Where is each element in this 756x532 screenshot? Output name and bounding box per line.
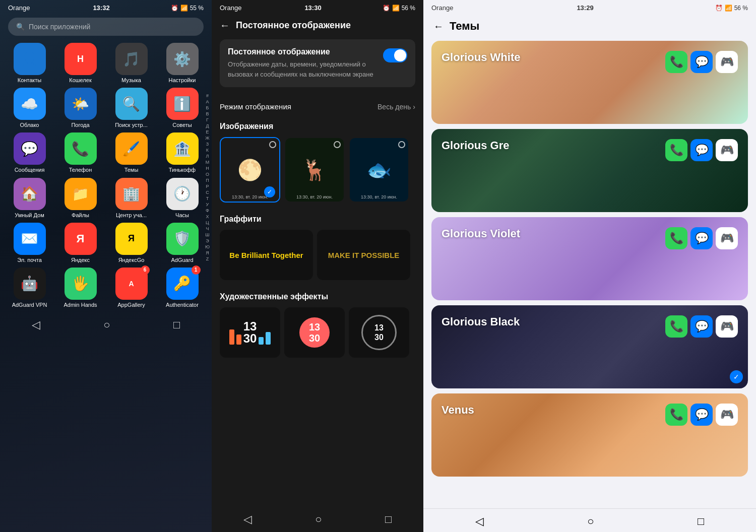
- back-button-themes[interactable]: ←: [433, 21, 444, 32]
- theme-app-game-ven: 🎮: [716, 404, 738, 426]
- app-icon-adminhands: 🖐️: [65, 268, 97, 300]
- app-label-cloud: Облако: [20, 122, 39, 128]
- theme-app-messages-ven: 💬: [690, 404, 713, 426]
- list-item[interactable]: 🏠 Умный Дом: [6, 178, 53, 219]
- list-item[interactable]: 🏢 Центр уча...: [108, 178, 155, 219]
- mode-value: Весь день ›: [377, 103, 415, 111]
- app-label-adguardvpn: AdGuard VPN: [12, 302, 47, 308]
- theme-card-black[interactable]: Glorious Black 📞 💬 🎮 ✓: [431, 305, 748, 388]
- list-item[interactable]: ⚙️ Настройки: [159, 43, 206, 84]
- app-label-phone: Телефон: [69, 167, 92, 173]
- graffiti-grid: Be Brilliant Together MAKE IT POSSIBLE: [212, 230, 423, 288]
- list-item[interactable]: Я ЯндексGo: [108, 223, 155, 263]
- status-icons-p2: ⏰ 📶 56 %: [383, 5, 415, 12]
- app-icon-search: 🔍: [115, 88, 148, 120]
- home-button-p2[interactable]: ○: [315, 513, 322, 526]
- list-item[interactable]: 🕐 Часы: [159, 178, 206, 219]
- alarm-icon-p1: ⏰: [171, 5, 178, 12]
- list-item[interactable]: 📁 Файлы: [57, 178, 104, 219]
- theme-app-messages-g: 💬: [690, 139, 713, 161]
- list-item[interactable]: 🛡️ AdGuard: [159, 223, 206, 263]
- theme-app-messages: 💬: [690, 51, 713, 73]
- theme-apps-venus: 📞 💬 🎮: [665, 404, 738, 426]
- list-item[interactable]: 🔍 Поиск устр...: [108, 88, 155, 128]
- section-effects-title: Художественные эффекты: [212, 288, 423, 307]
- list-item[interactable]: 🌤️ Погода: [57, 88, 104, 128]
- image-thumb-3[interactable]: 🐟 13:30, вт. 20 июн.: [349, 137, 409, 203]
- theme-card-green[interactable]: Glorious Gre 📞 💬 🎮: [431, 129, 748, 212]
- list-item[interactable]: 👤 Контакты: [6, 43, 53, 84]
- recents-button-p2[interactable]: □: [385, 513, 392, 526]
- theme-app-phone-ven: 📞: [665, 404, 687, 426]
- theme-content-violet: Glorious Violet 📞 💬 🎮: [431, 217, 748, 300]
- search-placeholder: Поиск приложений: [29, 23, 90, 31]
- recents-button-p1[interactable]: □: [173, 318, 180, 331]
- list-item[interactable]: H Кошелек: [57, 43, 104, 84]
- status-icons-p1: ⏰ 📶 55 %: [171, 5, 204, 12]
- battery-label-p3: 56 %: [734, 5, 748, 12]
- list-item[interactable]: 🔑 1 Authenticator: [159, 268, 206, 308]
- list-item[interactable]: 🖌️ Темы: [108, 132, 155, 173]
- app-label-koshelek: Кошелек: [69, 77, 91, 84]
- theme-card-white[interactable]: Glorious White 📞 💬 🎮: [431, 41, 748, 124]
- image-thumb-1[interactable]: 🌕 13:30, вт. 20 июн. ✓: [220, 137, 280, 203]
- list-item[interactable]: 📞 Телефон: [57, 132, 104, 173]
- back-button-aod[interactable]: ←: [220, 20, 230, 31]
- list-item[interactable]: ☁️ Облако: [6, 88, 53, 128]
- app-icon-music: 🎵: [115, 43, 148, 75]
- graffiti-item-1[interactable]: Be Brilliant Together: [220, 230, 313, 280]
- app-icon-email: ✉️: [14, 223, 46, 255]
- theme-app-phone-v: 📞: [665, 227, 687, 249]
- app-label-adminhands: Admin Hands: [64, 302, 97, 308]
- image-time-3: 13:30, вт. 20 июн.: [350, 194, 408, 200]
- app-label-smarthome: Умный Дом: [15, 212, 44, 219]
- signal-icon-p2: 📶: [392, 5, 400, 12]
- back-button-p3[interactable]: ◁: [475, 515, 484, 528]
- theme-content-black: Glorious Black 📞 💬 🎮: [431, 305, 748, 388]
- list-item[interactable]: 🎵 Музыка: [108, 43, 155, 84]
- images-grid: 🌕 13:30, вт. 20 июн. ✓ 🦌 13:30, вт. 20 и…: [212, 137, 423, 211]
- list-item[interactable]: 🖐️ Admin Hands: [57, 268, 104, 308]
- graffiti-item-2[interactable]: MAKE IT POSSIBLE: [317, 230, 410, 280]
- back-button-p2[interactable]: ◁: [243, 513, 252, 526]
- home-button-p3[interactable]: ○: [587, 515, 594, 528]
- theme-content-venus: Venus 📞 💬 🎮: [431, 393, 748, 477]
- app-label-weather: Погода: [71, 122, 89, 128]
- search-bar[interactable]: 🔍 Поиск приложений: [8, 18, 204, 36]
- list-item[interactable]: ℹ️ Советы: [159, 88, 206, 128]
- effect-item-1[interactable]: 1330: [220, 307, 280, 358]
- carrier-label-p3: Orange: [431, 4, 453, 12]
- theme-apps-green: 📞 💬 🎮: [665, 139, 738, 161]
- image-thumb-2[interactable]: 🦌 13:30, вт. 20 июн.: [284, 137, 345, 203]
- app-icon-cloud: ☁️: [14, 88, 46, 120]
- app-label-appgallery: AppGallery: [117, 302, 145, 308]
- aod-toggle-switch[interactable]: [383, 48, 407, 62]
- back-button-p1[interactable]: ◁: [32, 318, 40, 331]
- image-time-2: 13:30, вт. 20 июн.: [285, 194, 344, 200]
- list-item[interactable]: Я Яндекс: [57, 223, 104, 263]
- theme-card-violet[interactable]: Glorious Violet 📞 💬 🎮: [431, 217, 748, 300]
- effect-item-3[interactable]: 1330: [349, 307, 409, 358]
- list-item[interactable]: A 6 AppGallery: [108, 268, 155, 308]
- theme-card-venus[interactable]: Venus 📞 💬 🎮: [431, 393, 748, 477]
- theme-apps-white: 📞 💬 🎮: [665, 51, 738, 73]
- image-checkmark-1: ✓: [264, 186, 275, 197]
- theme-apps-black: 📞 💬 🎮: [665, 315, 738, 338]
- theme-app-phone: 📞: [665, 51, 687, 73]
- app-label-clock: Часы: [175, 212, 189, 219]
- app-icon-yandexgo: Я: [115, 223, 148, 255]
- list-item[interactable]: 🏦 Тинькофф: [159, 132, 206, 173]
- app-icon-settings: ⚙️: [166, 43, 199, 75]
- recents-button-p3[interactable]: □: [698, 515, 704, 528]
- app-label-themes: Темы: [124, 167, 139, 173]
- mode-row[interactable]: Режим отображения Весь день ›: [212, 95, 423, 118]
- list-item[interactable]: 💬 Сообщения: [6, 132, 53, 173]
- effect-item-2[interactable]: 1330: [284, 307, 345, 358]
- time-label-p3: 13:29: [577, 4, 593, 12]
- list-item[interactable]: 🤖 AdGuard VPN: [6, 268, 53, 308]
- home-screen-panel: Orange 13:32 ⏰ 📶 55 % 🔍 Поиск приложений…: [0, 0, 212, 532]
- carrier-label-p1: Orange: [8, 4, 30, 12]
- app-icon-koshelek: H: [65, 43, 97, 75]
- home-button-p1[interactable]: ○: [103, 318, 110, 331]
- list-item[interactable]: ✉️ Эл. почта: [6, 223, 53, 263]
